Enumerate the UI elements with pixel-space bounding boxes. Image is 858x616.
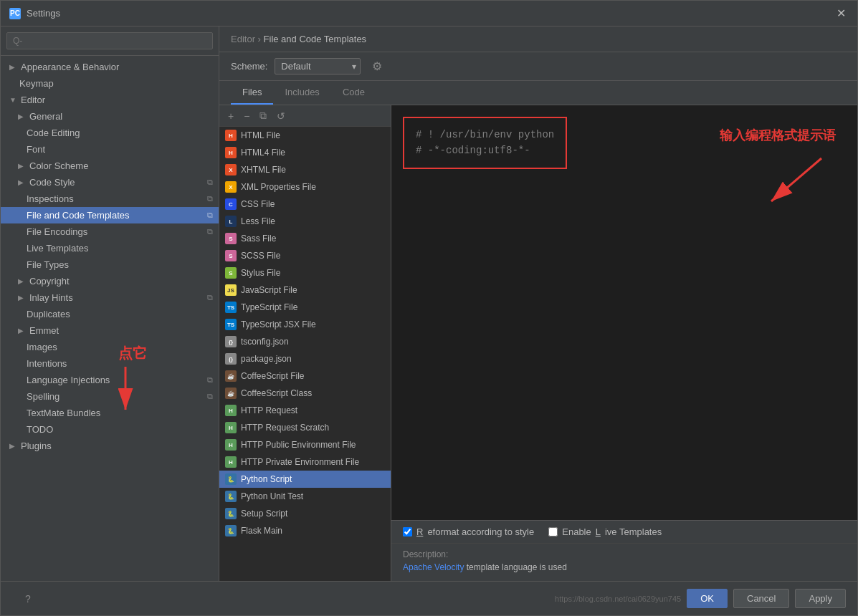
description-label: Description: [403,549,846,559]
expand-arrow-general: ▶ [18,112,25,120]
right-panel: Editor › File and Code Templates Scheme:… [219,27,857,581]
copy-icon-templates: ⧉ [207,211,213,220]
file-item-xhtml[interactable]: X XHTML File [219,161,391,178]
expand-arrow-codestyle: ▶ [18,178,25,186]
file-item-package-json[interactable]: {} package.json [219,350,391,367]
ts-file-icon: TS [225,302,237,313]
sidebar-item-editor[interactable]: ▼ Editor [1,92,219,108]
sidebar-item-live-templates[interactable]: Live Templates [1,240,219,256]
file-item-python-test[interactable]: 🐍 Python Unit Test [219,488,391,505]
file-item-html4[interactable]: H HTML4 File [219,144,391,161]
search-input[interactable] [6,32,213,49]
tab-includes[interactable]: Includes [273,81,330,105]
sidebar-item-file-types[interactable]: File Types [1,256,219,273]
scss-file-icon: S [225,250,237,261]
sidebar-item-code-style[interactable]: ▶ Code Style ⧉ [1,174,219,191]
apply-button[interactable]: Apply [795,589,846,608]
sidebar-item-images[interactable]: Images [1,339,219,355]
sidebar-item-todo[interactable]: TODO [1,421,219,438]
footer-left: ? [12,589,44,608]
file-item-scss[interactable]: S SCSS File [219,247,391,264]
code-highlight-box: # ! /usr/bin/env python # -*-coding:utf8… [403,117,567,169]
close-button[interactable]: ✕ [834,6,849,20]
sidebar-item-spelling[interactable]: Spelling ⧉ [1,388,219,405]
sidebar-item-code-editing[interactable]: Code Editing [1,125,219,141]
sidebar-item-inlay-hints[interactable]: ▶ Inlay Hints ⧉ [1,289,219,306]
remove-template-button[interactable]: − [241,109,252,123]
package-file-icon: {} [225,353,237,365]
sidebar: ▶ Appearance & Behavior Keymap ▼ Editor [1,27,219,581]
file-item-python-script[interactable]: 🐍 Python Script [219,471,391,488]
sidebar-item-appearance[interactable]: ▶ Appearance & Behavior [1,59,219,75]
copy-icon-inlay: ⧉ [207,293,213,302]
sidebar-item-general[interactable]: ▶ General [1,108,219,125]
file-item-ts[interactable]: TS TypeScript File [219,299,391,316]
code-panel: # ! /usr/bin/env python # -*-coding:utf8… [391,105,857,581]
file-list: H HTML File H HTML4 File X XHTML File [219,127,391,581]
sidebar-item-file-templates[interactable]: File and Code Templates ⧉ [1,207,219,223]
reset-template-button[interactable]: ↺ [274,109,288,123]
sidebar-item-file-encodings[interactable]: File Encodings ⧉ [1,223,219,240]
xhtml-file-icon: X [225,164,237,175]
window-title: Settings [27,8,60,19]
ok-button[interactable]: OK [687,589,728,608]
file-item-less[interactable]: L Less File [219,213,391,230]
file-item-xml[interactable]: X XML Properties File [219,178,391,196]
js-file-icon: JS [225,284,237,296]
annotation-container: 输入编程格式提示语 [720,127,836,208]
sidebar-item-duplicates[interactable]: Duplicates [1,306,219,322]
py-test-icon: 🐍 [225,491,237,502]
add-template-button[interactable]: + [225,109,237,123]
scheme-select[interactable]: Default Project [275,58,361,74]
title-bar: PC Settings ✕ [1,1,857,27]
sidebar-item-keymap[interactable]: Keymap [1,75,219,92]
copy-icon-inspections: ⧉ [207,194,213,203]
file-item-http-private[interactable]: H HTTP Private Environment File [219,453,391,471]
copy-icon-codestyle: ⧉ [207,178,213,187]
file-item-coffeescript-class[interactable]: ☕ CoffeeScript Class [219,385,391,402]
reformat-checkbox[interactable] [403,527,412,536]
panel-body: + − ⧉ ↺ H HTML File H HTML4 File [219,105,857,581]
file-item-setup-script[interactable]: 🐍 Setup Script [219,505,391,522]
file-item-js[interactable]: JS JavaScript File [219,281,391,299]
file-list-toolbar: + − ⧉ ↺ [219,105,391,127]
sidebar-item-intentions[interactable]: Intentions [1,355,219,372]
tab-code[interactable]: Code [331,81,376,105]
file-item-stylus[interactable]: S Stylus File [219,264,391,281]
file-item-tsconfig[interactable]: {} tsconfig.json [219,333,391,350]
copy-template-button[interactable]: ⧉ [257,108,270,123]
sidebar-item-emmet[interactable]: ▶ Emmet [1,322,219,339]
live-templates-checkbox[interactable] [548,527,558,536]
sidebar-item-language-injections[interactable]: Language Injections ⧉ [1,372,219,388]
sidebar-item-color-scheme[interactable]: ▶ Color Scheme [1,158,219,174]
file-item-http-public[interactable]: H HTTP Public Environment File [219,436,391,453]
reformat-checkbox-label[interactable]: Reformat according to style [403,526,534,537]
file-item-coffeescript[interactable]: ☕ CoffeeScript File [219,367,391,385]
sidebar-item-inspections[interactable]: Inspections ⧉ [1,191,219,207]
help-button[interactable]: ? [12,589,44,608]
expand-arrow-plugins: ▶ [9,442,16,450]
coffee-class-icon: ☕ [225,388,237,399]
tab-files[interactable]: Files [231,81,273,105]
sidebar-item-textmate[interactable]: TextMate Bundles [1,405,219,421]
file-item-http[interactable]: H HTTP Request [219,402,391,419]
sidebar-item-font[interactable]: Font [1,141,219,158]
file-item-flask[interactable]: 🐍 Flask Main [219,522,391,539]
sidebar-item-copyright[interactable]: ▶ Copyright [1,273,219,289]
file-item-html[interactable]: H HTML File [219,127,391,144]
css-file-icon: C [225,198,237,210]
file-item-sass[interactable]: S Sass File [219,230,391,247]
sidebar-item-plugins[interactable]: ▶ Plugins [1,438,219,454]
file-item-css[interactable]: C CSS File [219,196,391,213]
cancel-button[interactable]: Cancel [733,589,789,608]
live-templates-checkbox-label[interactable]: Enable Live Templates [548,526,662,537]
svg-line-1 [771,158,821,201]
apache-velocity-link[interactable]: Apache Velocity [403,562,464,572]
file-item-http-scratch[interactable]: H HTTP Request Scratch [219,419,391,436]
less-file-icon: L [225,216,237,227]
bottom-options: Reformat according to style Enable Live … [391,520,857,543]
scheme-gear-button[interactable]: ⚙ [368,58,386,74]
settings-dialog: PC Settings ✕ ▶ Appearance & Behavior [0,0,858,616]
file-item-tsx[interactable]: TS TypeScript JSX File [219,316,391,333]
code-editor[interactable]: # ! /usr/bin/env python # -*-coding:utf8… [391,105,857,520]
